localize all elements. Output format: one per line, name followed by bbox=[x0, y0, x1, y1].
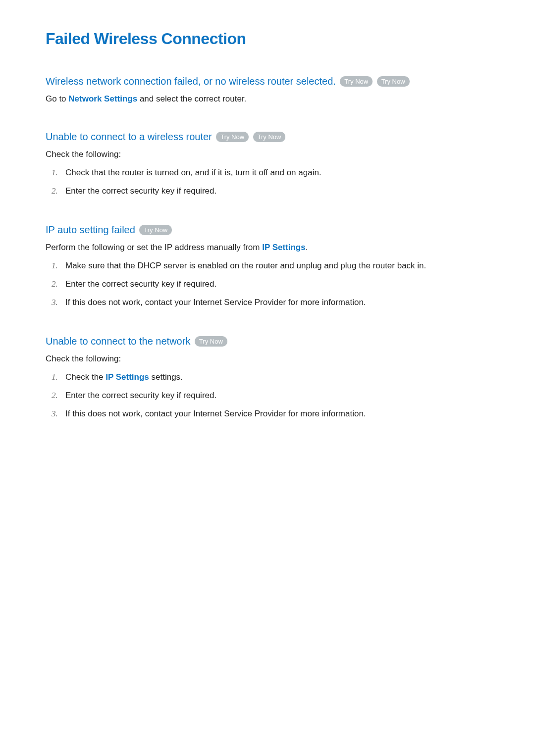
section-intro: Check the following: bbox=[46, 352, 489, 365]
list-item: 3.If this does not work, contact your In… bbox=[46, 296, 489, 310]
list-item: 1.Check that the router is turned on, an… bbox=[46, 166, 489, 180]
try-now-button[interactable]: Try Now bbox=[195, 336, 227, 347]
section-intro: Go to Network Settings and select the co… bbox=[46, 92, 489, 105]
page-title: Failed Wireless Connection bbox=[46, 30, 489, 48]
section-heading: Unable to connect to the network bbox=[46, 336, 190, 347]
section-heading: Unable to connect to a wireless router bbox=[46, 131, 212, 142]
list-item: 2.Enter the correct security key if requ… bbox=[46, 184, 489, 199]
item-number: 1. bbox=[52, 259, 58, 273]
step-list: 1. Check the IP Settings settings. 2. En… bbox=[46, 370, 489, 421]
item-number: 3. bbox=[52, 296, 58, 310]
network-settings-link[interactable]: Network Settings bbox=[68, 94, 137, 103]
item-text: Enter the correct security key if requir… bbox=[65, 186, 216, 196]
try-now-button[interactable]: Try Now bbox=[340, 76, 373, 87]
item-number: 2. bbox=[52, 389, 58, 403]
try-now-button[interactable]: Try Now bbox=[216, 132, 249, 142]
intro-text: and select the correct router. bbox=[137, 94, 246, 103]
list-item: 1.Make sure that the DHCP server is enab… bbox=[46, 259, 489, 273]
try-now-button[interactable]: Try Now bbox=[253, 132, 286, 142]
item-number: 2. bbox=[52, 184, 58, 199]
list-item: 1. Check the IP Settings settings. bbox=[46, 370, 489, 385]
item-text: Check that the router is turned on, and … bbox=[65, 168, 321, 177]
ip-settings-link[interactable]: IP Settings bbox=[106, 372, 149, 382]
item-text: Make sure that the DHCP server is enable… bbox=[65, 261, 426, 270]
step-list: 1.Check that the router is turned on, an… bbox=[46, 166, 489, 199]
section-unable-network: Unable to connect to the network Try Now… bbox=[46, 336, 489, 421]
item-text: If this does not work, contact your Inte… bbox=[65, 298, 366, 307]
intro-text: Perform the following or set the IP addr… bbox=[46, 243, 262, 252]
item-number: 2. bbox=[52, 277, 58, 292]
item-text: If this does not work, contact your Inte… bbox=[65, 409, 366, 418]
try-now-button[interactable]: Try Now bbox=[139, 225, 172, 235]
section-intro: Perform the following or set the IP addr… bbox=[46, 241, 489, 254]
item-text: settings. bbox=[149, 372, 183, 382]
item-number: 3. bbox=[52, 407, 58, 421]
try-now-button[interactable]: Try Now bbox=[377, 76, 410, 87]
section-heading: Wireless network connection failed, or n… bbox=[46, 76, 336, 87]
item-text: Check the bbox=[65, 372, 106, 382]
list-item: 2.Enter the correct security key if requ… bbox=[46, 277, 489, 292]
section-unable-router: Unable to connect to a wireless router T… bbox=[46, 131, 489, 199]
item-text: Enter the correct security key if requir… bbox=[65, 279, 216, 289]
item-text: Enter the correct security key if requir… bbox=[65, 391, 216, 400]
intro-text: Go to bbox=[46, 94, 68, 103]
ip-settings-link[interactable]: IP Settings bbox=[262, 243, 306, 252]
section-wireless-failed: Wireless network connection failed, or n… bbox=[46, 76, 489, 105]
section-intro: Check the following: bbox=[46, 148, 489, 161]
intro-text: . bbox=[306, 243, 308, 252]
section-heading: IP auto setting failed bbox=[46, 224, 135, 235]
item-number: 1. bbox=[52, 370, 58, 385]
section-ip-auto-failed: IP auto setting failed Try Now Perform t… bbox=[46, 224, 489, 310]
item-number: 1. bbox=[52, 166, 58, 180]
list-item: 3. If this does not work, contact your I… bbox=[46, 407, 489, 421]
list-item: 2. Enter the correct security key if req… bbox=[46, 389, 489, 403]
step-list: 1.Make sure that the DHCP server is enab… bbox=[46, 259, 489, 310]
